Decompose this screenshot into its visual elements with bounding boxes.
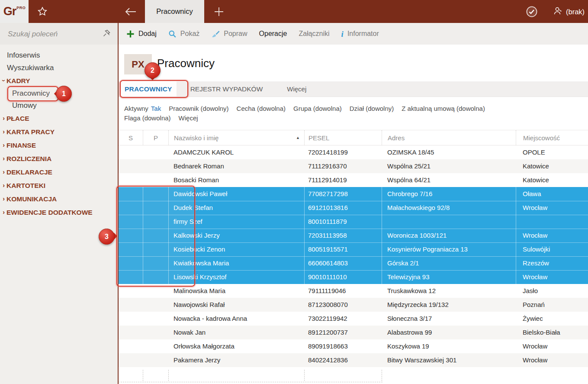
pin-icon[interactable] — [102, 29, 111, 38]
cell-name: ADAMCZUK KAROL — [168, 145, 304, 159]
cell-adres — [382, 215, 516, 229]
filter-pracownik-dowolny-[interactable]: Pracownik (dowolny) — [169, 104, 228, 113]
new-row-divider — [304, 370, 305, 381]
cell-s — [119, 298, 143, 312]
cell-pesel: 89091918663 — [304, 339, 382, 353]
filter-z-aktualną-umową-dowolna-[interactable]: Z aktualną umową (dowolna) — [402, 104, 485, 113]
filter-cecha-dowolna-[interactable]: Cecha (dowolna) — [237, 104, 286, 113]
back-arrow-icon[interactable] — [124, 5, 138, 18]
sidebar-item-umowy[interactable]: Umowy — [0, 100, 118, 112]
table-row[interactable]: Nowacka - kadrowa Anna73022119942Słonecz… — [119, 312, 588, 326]
window-tab-pracownicy[interactable]: Pracownicy — [145, 0, 204, 23]
table-row[interactable]: Malinowska Maria79111119046Truskawkowa 1… — [119, 284, 588, 298]
toolbar-button-label: Dodaj — [138, 30, 157, 38]
cell-adres: Koszykowa 19 — [382, 339, 516, 353]
table-row[interactable]: Nawojowski Rafał87123008070Międzyrzecka … — [119, 298, 588, 312]
table-row[interactable]: Dudek Stefan69121013816Małachowskiego 92… — [119, 201, 588, 215]
sidebar-item-ewidencje-dodatkowe[interactable]: ›EWIDENCJE DODATKOWE — [0, 206, 118, 219]
cell-miejscowosc: Wrocław — [516, 201, 588, 215]
cell-adres: Bitwy Warszawskiej 301 — [382, 353, 516, 367]
filter-dział-dowolny-[interactable]: Dział (dowolny) — [350, 104, 394, 113]
table-row[interactable]: Kosiebucki Zenon80051915571Kosynierów Po… — [119, 242, 588, 256]
column-header-adres[interactable]: Adres — [382, 130, 516, 145]
user-menu[interactable]: (brak) — [553, 5, 585, 18]
filter-label: Dział (dowolny) — [350, 105, 394, 112]
sidebar-item-deklaracje[interactable]: ›DEKLARACJE — [0, 165, 118, 179]
table-row[interactable]: Pakamera Jerzy84022412836Bitwy Warszawsk… — [119, 353, 588, 367]
chevron-down-icon: › — [0, 77, 7, 83]
page-title: Pracownicy — [157, 57, 215, 70]
sidebar-item-wyszukiwarka[interactable]: Wyszukiwarka — [0, 61, 118, 74]
table-row[interactable]: Kalkowski Jerzy72031113958Woronicza 1003… — [119, 229, 588, 242]
filter-aktywny[interactable]: AktywnyTak — [124, 104, 161, 113]
cell-pesel: 72031113958 — [304, 229, 382, 242]
toolbar-button-pokaż[interactable]: Pokaż — [168, 30, 199, 38]
column-header-s[interactable]: S — [119, 130, 143, 145]
column-header-pesel[interactable]: PESEL — [304, 130, 382, 145]
cell-s — [119, 339, 143, 353]
cell-pesel: 89121200737 — [304, 326, 382, 339]
cell-p — [143, 270, 168, 284]
sort-asc-icon: ▲ — [296, 136, 300, 140]
cell-s — [119, 270, 143, 284]
cell-p — [143, 201, 168, 215]
table-row[interactable]: Orłowska Małgorzata89091918663Koszykowa … — [119, 339, 588, 353]
column-header-p[interactable]: P — [143, 130, 168, 145]
star-icon[interactable] — [36, 6, 48, 18]
table-row[interactable]: ADAMCZUK KAROL72021418199OZIMSKA 18/45OP… — [119, 145, 588, 159]
column-header-miejscowość[interactable]: Miejscowość — [516, 130, 588, 145]
cell-p — [143, 353, 168, 367]
column-header-nazwisko-i-imię[interactable]: Nazwisko i imię▲ — [168, 130, 304, 145]
sidebar-item-label: DEKLARACJE — [6, 168, 52, 176]
view-tab-więcej[interactable]: Więcej — [281, 81, 312, 97]
toolbar-button-operacje[interactable]: Operacje — [259, 30, 287, 38]
sidebar-item-karta-pracy[interactable]: ›KARTA PRACY — [0, 125, 118, 139]
new-tab-plus-icon[interactable] — [213, 6, 225, 17]
sidebar-item-rozliczenia[interactable]: ›ROZLICZENIA — [0, 152, 118, 165]
command-search — [0, 23, 118, 45]
cell-name: Kalkowski Jerzy — [168, 229, 304, 242]
cell-miejscowosc: Oława — [516, 187, 588, 201]
sidebar-item-finanse[interactable]: ›FINANSE — [0, 139, 118, 152]
table-header: SPNazwisko i imię▲PESELAdresMiejscowość — [119, 130, 588, 145]
filter-row-2: Flaga (dowolna)Więcej — [124, 113, 485, 123]
sidebar-item-kadry[interactable]: ›KADRY — [0, 74, 118, 87]
sidebar-item-kartoteki[interactable]: ›KARTOTEKI — [0, 179, 118, 192]
sidebar-item-płace[interactable]: ›PŁACE — [0, 112, 118, 125]
table-row[interactable]: Bednarek Roman71112916370Wspólna 25/21Ka… — [119, 159, 588, 173]
filter-więcej[interactable]: Więcej — [179, 113, 198, 123]
user-label: (brak) — [566, 8, 585, 16]
cell-pesel: 79111119046 — [304, 284, 382, 298]
table-new-row[interactable] — [119, 367, 588, 383]
logo-pro-badge: PRO — [16, 6, 26, 10]
view-tab-rejestr-wypadków[interactable]: REJESTR WYPADKÓW — [184, 81, 269, 97]
table-row[interactable]: Dawidowski Paweł77082717298Chrobrego 7/1… — [119, 187, 588, 201]
toolbar-button-popraw[interactable]: Popraw — [211, 30, 247, 38]
sidebar-menu: InfoserwisWyszukiwarka›KADRYPracownicyUm… — [0, 49, 118, 219]
table-body: ADAMCZUK KAROL72021418199OZIMSKA 18/45OP… — [119, 145, 588, 367]
search-input[interactable] — [7, 27, 100, 41]
cell-pesel: 77082717298 — [304, 187, 382, 201]
cell-p — [143, 284, 168, 298]
toolbar-button-załączniki[interactable]: Załączniki — [299, 30, 329, 38]
cell-name: Kosiebucki Zenon — [168, 242, 304, 256]
table-row[interactable]: Nowak Jan89121200737Alabastrowa 99Bielsk… — [119, 326, 588, 339]
view-tab-pracownicy[interactable]: PRACOWNICY — [120, 81, 177, 97]
toolbar-button-informator[interactable]: iInformator — [341, 30, 379, 38]
table-row[interactable]: firmy Szef80010111879 — [119, 215, 588, 229]
check-circle-icon[interactable] — [525, 5, 539, 19]
table-row[interactable]: Bosacki Roman71112914019Wspólna 64/21Kat… — [119, 173, 588, 187]
filter-row-1: AktywnyTakPracownik (dowolny)Cecha (dowo… — [124, 104, 485, 113]
cell-miejscowosc: Rzeszów — [516, 256, 588, 270]
table-row[interactable]: Lisowski Krzysztof90010111010Telewizyjna… — [119, 270, 588, 284]
filter-flaga-dowolna-[interactable]: Flaga (dowolna) — [124, 113, 171, 123]
cell-p — [143, 256, 168, 270]
filter-grupa-dowolna-[interactable]: Grupa (dowolna) — [293, 104, 342, 113]
table-row[interactable]: Kwiatkowska Maria66060614803Górska 2/1Rz… — [119, 256, 588, 270]
sidebar-item-infoserwis[interactable]: Infoserwis — [0, 49, 118, 61]
sidebar-item-komunikacja[interactable]: ›KOMUNIKACJA — [0, 192, 118, 206]
toolbar-button-dodaj[interactable]: Dodaj — [126, 30, 157, 38]
cell-s — [119, 353, 143, 367]
toolbar-button-label: Popraw — [224, 30, 247, 38]
cell-p — [143, 326, 168, 339]
